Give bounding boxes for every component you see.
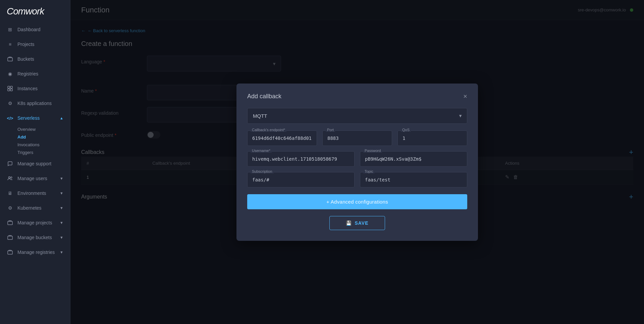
sidebar-item-manage-support[interactable]: Manage support [0, 156, 70, 171]
modal-header: Add callback × [247, 93, 467, 100]
svg-rect-9 [8, 251, 12, 254]
sidebar-item-label: Projects [17, 42, 35, 47]
svg-rect-2 [10, 86, 12, 88]
svg-rect-3 [8, 89, 10, 91]
svg-rect-0 [8, 58, 12, 61]
sidebar-item-add[interactable]: Add [0, 133, 70, 141]
modal-overlay: Add callback × MQTT HTTP AMQP ▼ Callback… [70, 0, 644, 324]
subscription-label: Subscription [251, 169, 274, 173]
sidebar-item-invocations[interactable]: Invocations [0, 141, 70, 149]
environments-chevron-icon: ▼ [60, 191, 63, 195]
environments-icon: 🖥 [7, 190, 13, 197]
sidebar-item-label: Registries [17, 71, 38, 76]
sidebar-item-label: Instances [17, 86, 38, 91]
subscription-group: Subscription [247, 172, 355, 187]
port-input[interactable] [322, 130, 392, 146]
sidebar-item-serverless[interactable]: </> Serverless ▲ [0, 111, 70, 125]
sidebar-item-label: K8s applications [17, 101, 52, 106]
sidebar-item-environments[interactable]: 🖥 Environments ▼ [0, 186, 70, 201]
logo: Comwork [0, 0, 70, 22]
topic-label: Topic [363, 169, 375, 173]
modal-title: Add callback [247, 93, 281, 100]
sidebar-item-kubernetes[interactable]: ⚙ Kubernetes ▼ [0, 201, 70, 215]
save-label: SAVE [355, 220, 368, 226]
kubernetes-icon: ⚙ [7, 205, 13, 211]
main-content: Function sre-devops@comwork.io ← ← Back … [70, 0, 644, 324]
callback-type-select-wrapper: MQTT HTTP AMQP ▼ [247, 108, 467, 124]
instances-icon [7, 85, 13, 92]
sidebar-item-instances[interactable]: Instances [0, 81, 70, 96]
sidebar-item-label: Environments [17, 191, 46, 196]
logo-text: Comwork [7, 6, 44, 17]
serverless-icon: </> [7, 115, 13, 121]
fields-row-2: Username* Password [247, 151, 467, 167]
sidebar-item-manage-registries[interactable]: Manage registries ▼ [0, 245, 70, 260]
password-label: Password [363, 149, 382, 153]
sidebar-item-dashboard[interactable]: ⊞ Dashboard [0, 22, 70, 37]
callback-endpoint-label: Callback's endpoint* [251, 128, 286, 132]
manage-buckets-icon [7, 234, 13, 241]
sidebar-item-label: Dashboard [17, 27, 41, 32]
svg-rect-4 [10, 89, 12, 91]
sidebar: Comwork ⊞ Dashboard ≡ Projects Buckets ◉… [0, 0, 70, 324]
add-callback-modal: Add callback × MQTT HTTP AMQP ▼ Callback… [236, 84, 478, 241]
fields-row-3: Subscription Topic [247, 172, 467, 187]
qos-label: QoS [401, 128, 411, 132]
manage-users-chevron-icon: ▼ [60, 176, 63, 180]
sidebar-item-label: Manage buckets [17, 235, 52, 240]
callback-type-select[interactable]: MQTT HTTP AMQP [247, 108, 467, 124]
sidebar-item-label: Manage registries [17, 250, 55, 255]
svg-rect-1 [8, 86, 10, 88]
serverless-chevron-icon: ▲ [60, 116, 63, 120]
sidebar-item-triggers[interactable]: Triggers [0, 149, 70, 156]
sidebar-item-label: Manage support [17, 161, 51, 166]
sidebar-item-manage-users[interactable]: Manage users ▼ [0, 171, 70, 186]
password-input[interactable] [360, 151, 467, 167]
projects-icon: ≡ [7, 41, 13, 48]
username-input[interactable] [247, 151, 355, 167]
modal-close-button[interactable]: × [463, 93, 467, 100]
qos-input[interactable] [397, 130, 467, 146]
manage-support-icon [7, 160, 13, 167]
sidebar-item-buckets[interactable]: Buckets [0, 52, 70, 66]
sidebar-item-projects[interactable]: ≡ Projects [0, 37, 70, 52]
registries-icon: ◉ [7, 70, 13, 77]
buckets-icon [7, 56, 13, 62]
save-button[interactable]: 💾 SAVE [329, 216, 385, 230]
sidebar-item-manage-buckets[interactable]: Manage buckets ▼ [0, 230, 70, 245]
sidebar-item-registries[interactable]: ◉ Registries [0, 66, 70, 81]
manage-registries-icon [7, 249, 13, 256]
dashboard-icon: ⊞ [7, 26, 13, 33]
manage-registries-chevron-icon: ▼ [60, 250, 63, 254]
sidebar-item-manage-projects[interactable]: Manage projects ▼ [0, 215, 70, 230]
kubernetes-chevron-icon: ▼ [60, 206, 63, 210]
save-icon: 💾 [346, 220, 352, 226]
manage-projects-icon [7, 219, 13, 226]
serverless-children: Overview Add Invocations Triggers [0, 125, 70, 156]
manage-projects-chevron-icon: ▼ [60, 221, 63, 225]
sidebar-item-label: Manage projects [17, 220, 52, 225]
callback-endpoint-input[interactable] [247, 130, 317, 146]
port-label: Port [326, 128, 335, 132]
sidebar-item-overview[interactable]: Overview [0, 125, 70, 133]
svg-point-6 [11, 177, 12, 178]
sidebar-item-label: Kubernetes [17, 205, 42, 211]
port-group: Port [322, 130, 392, 146]
manage-users-icon [7, 175, 13, 182]
subscription-input[interactable] [247, 172, 355, 187]
svg-point-5 [9, 177, 10, 178]
username-group: Username* [247, 151, 355, 167]
svg-rect-7 [8, 221, 12, 225]
topic-group: Topic [360, 172, 467, 187]
advanced-configurations-button[interactable]: + Advanced configurations [247, 194, 467, 209]
k8s-icon: ⚙ [7, 100, 13, 107]
manage-buckets-chevron-icon: ▼ [60, 235, 63, 239]
callback-endpoint-group: Callback's endpoint* [247, 130, 317, 146]
save-button-wrapper: 💾 SAVE [247, 216, 467, 230]
username-label: Username* [251, 149, 272, 153]
fields-row-1: Callback's endpoint* Port QoS [247, 130, 467, 146]
topic-input[interactable] [360, 172, 467, 187]
sidebar-item-k8s[interactable]: ⚙ K8s applications [0, 96, 70, 111]
sidebar-item-label: Serverless [17, 115, 40, 121]
sidebar-item-label: Manage users [17, 176, 47, 181]
